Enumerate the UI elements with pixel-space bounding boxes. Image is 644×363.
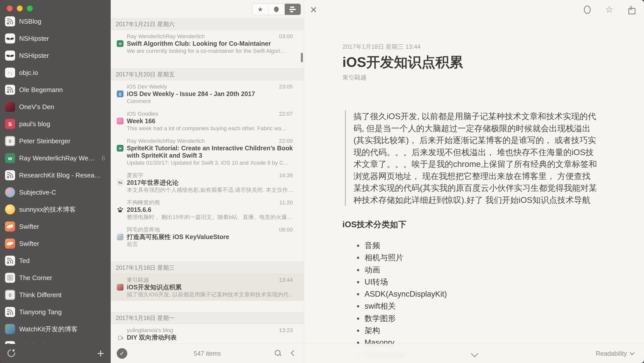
item-time: 13:44 xyxy=(279,276,293,284)
refresh-icon[interactable] xyxy=(8,349,15,357)
starred-filter-button[interactable]: ★ xyxy=(252,4,268,15)
item-snippet: Comment xyxy=(127,98,293,105)
article-content: 2017年1月18日 星期三 13:44 iOS开发知识点积累 東引甌越 搞了很… xyxy=(342,19,599,363)
sidebar-feed-item[interactable]: ↑↓ objc.io xyxy=(0,64,111,81)
sidebar-feed-item[interactable]: Swifter xyxy=(0,235,111,252)
sidebar-feed-item[interactable]: Subjective-C xyxy=(0,184,111,201)
list-lines-icon xyxy=(289,7,296,12)
mustache-icon xyxy=(5,51,15,61)
sidebar-feed-item[interactable]: OneV's Den xyxy=(0,98,111,115)
star-article-icon[interactable]: ☆ xyxy=(605,5,613,14)
readability-control[interactable]: Readability xyxy=(596,344,634,363)
article-list: 2017年1月21日 星期六 Ray WenderlichRay Wenderl… xyxy=(111,18,304,363)
sidebar-feed-item[interactable]: NSHipster xyxy=(0,47,111,64)
article-bullet-item: 数学图形 xyxy=(342,312,599,325)
item-title: iOS Dev Weekly - Issue 284 - Jan 20th 20… xyxy=(127,90,293,98)
article-list-item[interactable]: iOS Goodies 22:07 Week 166 This week had… xyxy=(111,108,304,135)
list-toolbar: ★ xyxy=(111,0,304,18)
sidebar-feed-item[interactable]: w Ray WenderlichRay We… 6 xyxy=(0,150,111,167)
rss-icon xyxy=(5,170,15,180)
feed-label: Ole Begemann xyxy=(19,86,111,94)
feed-label: NSBlog xyxy=(19,18,111,25)
feed-label: Ray WenderlichRay We… xyxy=(19,154,100,162)
item-feed-name: Ray WenderlichRay Wenderlich xyxy=(127,137,275,145)
photo-avatar-icon xyxy=(5,324,15,334)
article-list-item[interactable]: 東引甌越 13:44 iOS开发知识点积累 搞了很久iOS开发, 以前都是用脑子… xyxy=(111,274,304,301)
feed-label: The Corner xyxy=(19,274,111,282)
sidebar-feed-item[interactable]: NSHipster xyxy=(0,30,111,47)
date-group: 2017年1月21日 星期六 Ray WenderlichRay Wenderl… xyxy=(111,18,304,57)
article-bullet-item: 相机与照片 xyxy=(342,252,599,264)
article-list-item[interactable]: 不掏蜂窝的熊 11:20 2015.6.6 整理电脑时， 翻出15年的一篇旧文。… xyxy=(111,196,304,223)
article-bullet-item: 动画 xyxy=(342,264,599,276)
sidebar-feed-item[interactable]: Swifter xyxy=(0,218,111,235)
item-snippet: 本文具有强烈的个人感情色彩,如有观看不适,请尽快关闭. 本文仅作… xyxy=(127,186,293,194)
feed-label: Peter Steinberger xyxy=(19,137,111,145)
dot-icon xyxy=(274,7,279,12)
sidebar-feed-item[interactable]: S paul's blog xyxy=(0,115,111,132)
sidebar-feed-item[interactable]: WatchKit开发的博客 xyxy=(0,321,111,338)
date-header: 2017年1月20日 星期五 xyxy=(111,68,304,80)
date-group: 2017年1月16日 星期一 yulingtianxia's blog 13:2… xyxy=(111,312,304,344)
sidebar-feed-item[interactable]: 0 Peter Steinberger xyxy=(0,132,111,150)
sidebar-feed-item[interactable]: Ole Begemann xyxy=(0,81,111,98)
all-items-filter-button[interactable] xyxy=(285,4,301,15)
item-feed-name: 萧宸宇 xyxy=(127,172,275,179)
item-title: DIY 双向滑动列表 xyxy=(127,334,293,341)
article-list-column: ★ 2017年1月21日 星期六 Ray WenderlichRay Wende… xyxy=(111,0,304,363)
sidebar: NSBlog NSHipster NSHipster ↑↓ objc.io Ol… xyxy=(0,0,111,363)
sidebar-feed-item[interactable]: The Corner xyxy=(0,269,111,286)
article-list-item[interactable]: Ray WenderlichRay Wenderlich 03:00 w Swi… xyxy=(111,30,304,57)
mark-unread-icon[interactable] xyxy=(584,6,591,14)
chart-icon: w xyxy=(5,153,15,163)
chart-icon: w xyxy=(117,40,124,47)
scroll-down-chevron-icon[interactable] xyxy=(471,350,478,357)
sidebar-feed-item[interactable]: Ted xyxy=(0,252,111,269)
sidebar-feed-item[interactable]: NSBlog xyxy=(0,13,111,30)
sidebar-feed-item[interactable]: 0 Think Different xyxy=(0,286,111,303)
item-time: 03:00 xyxy=(279,33,293,40)
yu-avatar-icon: Yu xyxy=(117,179,124,186)
letter-zero-icon: 0 xyxy=(5,136,15,146)
item-time: 23:05 xyxy=(279,83,293,90)
article-list-item[interactable]: Ray WenderlichRay Wenderlich 22:00 w Spr… xyxy=(111,135,304,169)
article-list-item[interactable]: yulingtianxia's blog 13:23 DIY 双向滑动列表 xyxy=(111,324,304,344)
unread-filter-button[interactable] xyxy=(268,4,285,15)
reeder-window: NSBlog NSHipster NSHipster ↑↓ objc.io Ol… xyxy=(0,0,644,363)
article-list-item[interactable]: 萧宸宇 16:39 Yu 2017年世界进化论 本文具有强烈的个人感情色彩,如有… xyxy=(111,169,304,196)
date-group: 2017年1月20日 星期五 iOS Dev Weekly 23:05 [] i… xyxy=(111,68,304,251)
article-list-item[interactable]: 阿毛的蛋疼地 08:00 打造高可拓展性 iOS KeyValueStore 前… xyxy=(111,223,304,251)
article-list-item[interactable]: iOS Dev Weekly 23:05 [] iOS Dev Weekly -… xyxy=(111,80,304,108)
item-time: 11:20 xyxy=(279,199,293,206)
item-feed-name: yulingtianxia's blog xyxy=(127,327,275,334)
feed-label: Swifter xyxy=(19,240,111,248)
feed-label: Ted xyxy=(19,257,111,265)
zoom-window-button[interactable] xyxy=(27,6,33,11)
share-icon[interactable] xyxy=(628,6,635,13)
article-blockquote: 搞了很久iOS开发, 以前都是用脑子记某种技术文章和技术实现的代码, 但是当一个… xyxy=(345,110,599,206)
sidebar-feed-item[interactable]: sunnyxx的技术博客 xyxy=(0,201,111,218)
swirl-avatar-icon xyxy=(5,187,15,197)
letter-s-icon: S xyxy=(5,119,15,129)
chart-icon: w xyxy=(117,145,124,152)
minimize-window-button[interactable] xyxy=(17,6,23,11)
feed-label: NSHipster xyxy=(19,52,111,60)
item-snippet: 整理电脑时， 翻出15年的一篇旧文。随着b站、直播、电竞的火爆… xyxy=(127,213,293,221)
item-title: 打造高可拓展性 iOS KeyValueStore xyxy=(127,233,293,241)
sidebar-feed-item[interactable]: ResearchKit Blog - Resea… xyxy=(0,167,111,184)
date-header: 2017年1月16日 星期一 xyxy=(111,312,304,324)
feed-label: Swifter xyxy=(19,223,111,231)
date-header: 2017年1月18日 星期三 xyxy=(111,262,304,274)
rss-icon xyxy=(5,256,15,266)
list-scrollbar[interactable] xyxy=(301,53,303,62)
item-snippet: 搞了很久iOS开发, 以前都是用脑子记某种技术文章和技术实现的代… xyxy=(127,291,293,298)
emoji-face-icon xyxy=(5,204,15,214)
article-author: 東引甌越 xyxy=(342,73,599,81)
item-snippet: This week had a lot of companies buying … xyxy=(127,125,293,132)
sidebar-feed-item[interactable]: Tianyong Tang xyxy=(0,303,111,321)
item-snippet: We are currently looking for a co-mainta… xyxy=(127,47,293,55)
add-feed-button[interactable]: + xyxy=(97,346,104,361)
search-icon[interactable] xyxy=(275,350,282,357)
close-window-button[interactable] xyxy=(7,6,13,11)
close-article-icon[interactable]: × xyxy=(310,2,317,18)
